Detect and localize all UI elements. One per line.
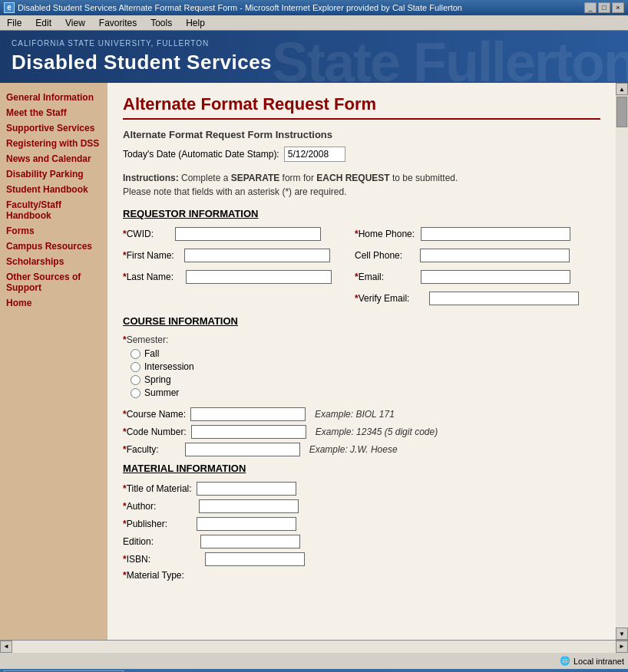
- scroll-down-arrow[interactable]: ▼: [616, 628, 628, 640]
- sidebar-item-general-information[interactable]: General Information: [6, 91, 101, 104]
- first-name-label: *First Name:: [123, 250, 174, 261]
- sidebar-item-scholarships[interactable]: Scholarships: [6, 255, 101, 268]
- menu-view[interactable]: View: [62, 17, 88, 29]
- home-phone-label: *Home Phone:: [355, 229, 415, 239]
- semester-intersession-radio[interactable]: [131, 362, 140, 372]
- maximize-button[interactable]: □: [598, 2, 610, 13]
- first-name-row: *First Name:: [123, 249, 332, 262]
- cwid-label: *CWID:: [123, 229, 154, 239]
- close-button[interactable]: ×: [612, 2, 624, 13]
- publisher-row: *Publisher:: [123, 517, 600, 531]
- sidebar-item-news-calendar[interactable]: News and Calendar: [6, 152, 101, 166]
- sidebar-item-campus-resources[interactable]: Campus Resources: [6, 239, 101, 253]
- semester-summer-radio[interactable]: [131, 388, 140, 398]
- semester-fall-radio[interactable]: [131, 349, 140, 359]
- status-zone: 🌐 Local intranet: [560, 656, 624, 666]
- semester-intersession-label: Intersession: [144, 361, 194, 372]
- publisher-input[interactable]: [197, 517, 296, 531]
- code-number-row: *Code Number: Example: 12345 (5 digit co…: [123, 425, 600, 439]
- sidebar-item-forms[interactable]: Forms: [6, 224, 101, 238]
- scroll-right-arrow[interactable]: ►: [616, 641, 628, 653]
- course-name-input[interactable]: [190, 407, 306, 421]
- faculty-label: *Faculty:: [123, 444, 159, 455]
- semester-fall-label: Fall: [144, 348, 159, 359]
- semester-fall-row: Fall: [131, 348, 600, 359]
- edition-label: Edition:: [123, 536, 154, 547]
- publisher-label: *Publisher:: [123, 519, 167, 529]
- email-input[interactable]: [421, 270, 570, 284]
- sidebar-item-faculty-handbook[interactable]: Faculty/Staff Handbook: [6, 198, 101, 222]
- content-area: Alternate Format Request Form Alternate …: [107, 83, 616, 640]
- site-header: CALIFORNIA STATE UNIVERSITY, FULLERTON D…: [0, 31, 628, 83]
- sidebar-item-meet-staff[interactable]: Meet the Staff: [6, 106, 101, 120]
- scroll-track: [616, 127, 628, 628]
- menu-favorites[interactable]: Favorites: [96, 17, 140, 29]
- author-input[interactable]: [199, 499, 299, 513]
- isbn-input[interactable]: [205, 552, 305, 566]
- menu-file[interactable]: File: [4, 17, 25, 29]
- semester-summer-row: Summer: [131, 387, 600, 398]
- horizontal-scrollbar[interactable]: ◄ ►: [0, 640, 628, 652]
- department-name: Disabled Student Services: [12, 51, 272, 74]
- minimize-button[interactable]: _: [584, 2, 597, 13]
- last-name-label: *Last Name:: [123, 272, 174, 282]
- sidebar-item-disability-parking[interactable]: Disability Parking: [6, 167, 101, 181]
- semester-radio-group: Fall Intersession Spring Summer: [123, 348, 600, 398]
- material-type-row: *Material Type:: [123, 570, 600, 581]
- cwid-input[interactable]: [175, 227, 321, 241]
- verify-email-label: *Verify Email:: [355, 293, 409, 304]
- last-name-row: *Last Name:: [123, 270, 332, 284]
- status-bar: 🌐 Local intranet: [0, 652, 628, 669]
- date-label: Today's Date (Automatic Date Stamp):: [123, 149, 279, 160]
- course-name-row: *Course Name: Example: BIOL 171: [123, 407, 600, 421]
- cwid-row: *CWID:: [123, 227, 332, 241]
- verify-email-input[interactable]: [429, 292, 579, 305]
- code-number-label: *Code Number:: [123, 427, 187, 437]
- date-input[interactable]: [284, 147, 345, 162]
- semester-spring-radio[interactable]: [131, 375, 140, 385]
- title-label: *Title of Material:: [123, 483, 192, 494]
- course-name-label: *Course Name:: [123, 409, 186, 420]
- edition-input[interactable]: [200, 535, 300, 548]
- h-scroll-track: [12, 641, 616, 653]
- course-fields: *Course Name: Example: BIOL 171 *Code Nu…: [123, 407, 600, 456]
- faculty-example: Example: J.W. Hoese: [309, 444, 398, 455]
- menu-edit[interactable]: Edit: [32, 17, 55, 29]
- menu-tools[interactable]: Tools: [147, 17, 175, 29]
- app-icon: e: [4, 2, 15, 13]
- course-section-header: COURSE INFORMATION: [123, 315, 600, 327]
- last-name-input[interactable]: [186, 270, 332, 284]
- sidebar-item-registering-dss[interactable]: Registering with DSS: [6, 137, 101, 150]
- home-phone-input[interactable]: [421, 227, 570, 241]
- sidebar-item-other-sources[interactable]: Other Sources of Support: [6, 270, 101, 295]
- cell-phone-label: Cell Phone:: [355, 250, 402, 261]
- first-name-input[interactable]: [184, 249, 330, 262]
- taskbar: Disabled Student Services...: [0, 669, 628, 672]
- menu-help[interactable]: Help: [183, 17, 208, 29]
- instructions-prefix: Instructions: Complete a SEPARATE form f…: [123, 173, 458, 183]
- sidebar: General Information Meet the Staff Suppo…: [0, 83, 107, 640]
- isbn-label: *ISBN:: [123, 554, 150, 565]
- course-name-example: Example: BIOL 171: [315, 409, 395, 420]
- vertical-scrollbar[interactable]: ▲ ▼: [616, 83, 628, 640]
- cell-phone-row: Cell Phone:: [355, 249, 579, 262]
- title-input[interactable]: [197, 482, 296, 496]
- semester-spring-row: Spring: [131, 374, 600, 385]
- home-phone-row: *Home Phone:: [355, 227, 579, 241]
- faculty-input[interactable]: [185, 443, 300, 456]
- cell-phone-input[interactable]: [420, 249, 570, 262]
- scroll-left-arrow[interactable]: ◄: [0, 641, 12, 653]
- sidebar-item-supportive-services[interactable]: Supportive Services: [6, 121, 101, 135]
- sidebar-item-home[interactable]: Home: [6, 296, 101, 310]
- scroll-thumb[interactable]: [616, 97, 627, 127]
- code-number-input[interactable]: [191, 425, 306, 439]
- scroll-up-arrow[interactable]: ▲: [616, 83, 628, 95]
- semester-label: *Semester:: [123, 334, 600, 345]
- sidebar-item-student-handbook[interactable]: Student Handbook: [6, 183, 101, 196]
- instructions-header: Alternate Format Request Form Instructio…: [123, 129, 600, 140]
- window-controls[interactable]: _ □ ×: [584, 2, 624, 13]
- author-row: *Author:: [123, 499, 600, 513]
- author-label: *Author:: [123, 501, 156, 512]
- title-row: *Title of Material:: [123, 482, 600, 496]
- isbn-row: *ISBN:: [123, 552, 600, 566]
